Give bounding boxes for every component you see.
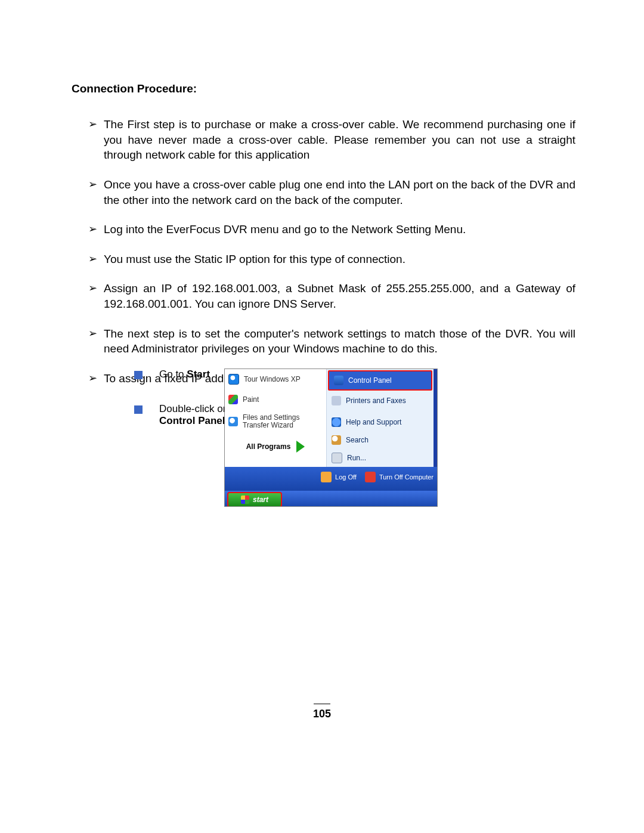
menu-item-paint[interactable]: Paint: [225, 389, 326, 410]
page-number: 105: [0, 704, 644, 720]
instruction-bold: Control Panel: [159, 415, 225, 426]
list-item: You must use the Static IP option for th…: [88, 252, 575, 267]
startmenu-footer: Log Off Turn Off Computer: [225, 467, 437, 491]
menu-label: Printers and Faxes: [346, 397, 406, 405]
section-heading: Connection Procedure:: [72, 82, 575, 95]
menu-label: Control Panel: [348, 376, 392, 385]
paint-icon: [228, 395, 238, 404]
square-bullet-icon: [134, 371, 143, 379]
list-item: The First step is to purchase or make a …: [88, 117, 575, 163]
menu-item-help[interactable]: Help and Support: [327, 413, 434, 431]
instruction-text: Double-click on Control Panel: [159, 403, 228, 427]
menu-label: Paint: [243, 395, 259, 404]
search-icon: [332, 435, 341, 445]
menu-item-control-panel[interactable]: Control Panel: [328, 370, 432, 391]
instruction-bold: Start: [187, 368, 210, 380]
square-bullet-icon: [134, 405, 143, 414]
list-item: The next step is to set the computer's n…: [88, 326, 575, 357]
list-item: Log into the EverFocus DVR menu and go t…: [88, 222, 575, 237]
list-item: Assign an IP of 192.168.001.003, a Subne…: [88, 281, 575, 311]
windows-logo-icon: [241, 496, 249, 504]
logoff-label: Log Off: [335, 473, 357, 481]
turn-off-button[interactable]: Turn Off Computer: [365, 472, 434, 482]
menu-item-files-wizard[interactable]: Files and Settings Transfer Wizard: [225, 410, 326, 433]
instruction-text: Go to Start: [159, 368, 210, 380]
all-programs-label: All Programs: [246, 442, 291, 451]
power-icon: [365, 472, 376, 482]
startmenu-right-column: Control Panel Printers and Faxes Help an…: [327, 369, 434, 467]
instruction-prefix: Go to: [159, 368, 187, 380]
start-label: start: [253, 496, 268, 504]
start-button[interactable]: start: [227, 492, 282, 507]
files-transfer-icon: [228, 417, 238, 426]
body-content: Connection Procedure: The First step is …: [72, 82, 575, 401]
menu-label: Files and Settings Transfer Wizard: [243, 414, 323, 429]
list-item: Once you have a cross-over cable plug on…: [88, 177, 575, 208]
chevron-right-icon: [296, 441, 305, 453]
menu-label: Search: [346, 436, 369, 444]
menu-label: Run...: [347, 454, 366, 462]
bullet-list: The First step is to purchase or make a …: [72, 117, 575, 386]
control-panel-icon: [334, 376, 343, 385]
document-page: Connection Procedure: The First step is …: [0, 0, 644, 833]
menu-label: Tour Windows XP: [244, 375, 301, 383]
tour-icon: [228, 374, 239, 385]
instruction-prefix: Double-click on: [159, 403, 228, 414]
menu-item-tour[interactable]: Tour Windows XP: [225, 369, 326, 389]
window-edge: [434, 369, 437, 467]
help-icon: [332, 417, 341, 427]
startmenu-screenshot: Tour Windows XP Paint Files and Settings…: [224, 368, 438, 507]
logoff-icon: [321, 472, 332, 482]
menu-item-search[interactable]: Search: [327, 431, 434, 449]
logoff-button[interactable]: Log Off: [321, 472, 357, 482]
all-programs-button[interactable]: All Programs: [225, 441, 326, 453]
turn-off-label: Turn Off Computer: [379, 473, 434, 481]
run-icon: [332, 453, 342, 463]
startmenu-left-column: Tour Windows XP Paint Files and Settings…: [225, 369, 326, 467]
menu-item-run[interactable]: Run...: [327, 449, 434, 467]
printers-icon: [332, 396, 341, 405]
menu-label: Help and Support: [346, 418, 401, 426]
menu-item-printers[interactable]: Printers and Faxes: [327, 392, 434, 410]
taskbar: start: [225, 491, 437, 506]
